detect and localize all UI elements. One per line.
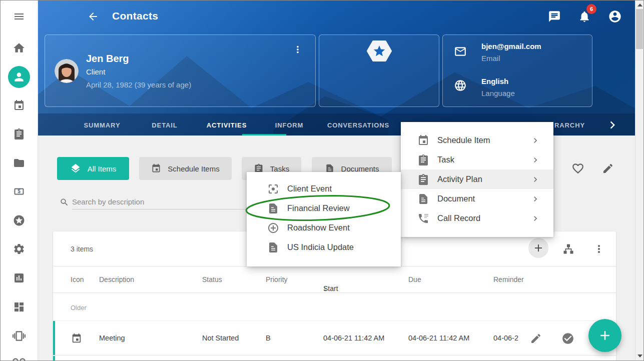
mail-icon: [454, 45, 467, 58]
row-edit-pencil-icon[interactable]: [530, 332, 542, 344]
back-arrow-icon[interactable]: [87, 10, 99, 22]
row-accent-bar: [53, 321, 55, 355]
active-tab-underline: [242, 134, 286, 136]
submenu-item-financial-review[interactable]: Financial Review: [247, 198, 401, 218]
activity-plan-submenu: Client Event Financial Review Roadshow E…: [247, 172, 401, 266]
row-complete-check-icon[interactable]: [561, 332, 574, 345]
email-value: bjen@gmail.com: [481, 42, 541, 50]
scrollbar-thumb[interactable]: [636, 9, 643, 49]
sort-desc-icon: ↓: [323, 284, 327, 292]
menu-item-schedule-item[interactable]: Schedule Item: [401, 130, 553, 150]
clipboard-icon: [417, 174, 429, 186]
filter-schedule-items-button[interactable]: Schedule Items: [139, 157, 232, 180]
app-window: $ Contacts: [0, 0, 644, 361]
sidebar-item-mobile[interactable]: [13, 330, 26, 342]
phone-list-icon: [417, 212, 429, 224]
layers-icon: [70, 163, 81, 174]
tab-activities[interactable]: ACTIVITIES: [207, 114, 247, 136]
sidebar-item-dashboard[interactable]: [13, 301, 25, 313]
edit-pencil-icon[interactable]: [602, 162, 614, 174]
chevron-right-icon: [530, 155, 540, 165]
sidebar-item-reports[interactable]: [13, 272, 25, 284]
menu-item-task[interactable]: Task: [401, 150, 553, 170]
star-hexagon-icon[interactable]: [366, 38, 392, 64]
cell-due: 04-06-21 11:42 AM: [408, 334, 469, 342]
menu-item-call-record[interactable]: Call Record: [401, 208, 553, 228]
avatar: [55, 59, 79, 83]
document-icon: [267, 242, 279, 254]
menu-item-label: Schedule Item: [437, 136, 530, 145]
plus-icon: [532, 242, 544, 254]
sidebar-item-favorites[interactable]: [13, 214, 26, 227]
hierarchy-view-icon[interactable]: [562, 243, 574, 255]
col-due[interactable]: Due: [408, 276, 421, 284]
tab-detail[interactable]: DETAIL: [152, 114, 177, 136]
cell-description: Meeting: [99, 334, 125, 342]
dashboard-icon: [13, 301, 25, 313]
col-reminder[interactable]: Reminder: [493, 276, 524, 284]
tab-conversations[interactable]: CONVERSATIONS: [327, 114, 389, 136]
table-kebab-icon[interactable]: [593, 243, 605, 255]
filter-label: Tasks: [270, 164, 289, 173]
svg-text:$: $: [18, 188, 21, 194]
sidebar-item-tasks[interactable]: [13, 128, 25, 140]
badge-card: [319, 34, 439, 107]
tab-summary[interactable]: SUMMARY: [84, 114, 121, 136]
folder-icon: [13, 157, 25, 169]
table-row-partial[interactable]: [53, 356, 616, 361]
submenu-item-us-indicia-update[interactable]: US Indicia Update: [247, 238, 401, 257]
sidebar-item-calendar[interactable]: [13, 100, 25, 112]
star-circle-icon: [13, 214, 26, 227]
column-header-row: Icon Description Status Priority Start ↓…: [53, 266, 616, 293]
chat-icon[interactable]: [548, 10, 561, 23]
cell-start: 04-06-21 11:42 AM: [323, 334, 384, 342]
submenu-item-client-event[interactable]: Client Event: [247, 179, 401, 198]
menu-item-label: Call Record: [437, 214, 530, 223]
col-icon[interactable]: Icon: [71, 276, 84, 284]
bar-chart-icon: [13, 272, 25, 284]
voicemail-icon: [13, 355, 26, 361]
col-status[interactable]: Status: [202, 276, 222, 284]
filter-all-items-button[interactable]: All Items: [57, 157, 129, 180]
sidebar-item-home[interactable]: [13, 42, 26, 54]
row-accent-bar: [53, 356, 55, 361]
sidebar-item-voicemail[interactable]: [13, 355, 26, 361]
chevron-right-icon: [530, 136, 540, 146]
card-kebab-icon[interactable]: [292, 44, 303, 55]
favorite-heart-icon[interactable]: [571, 162, 584, 175]
submenu-item-roadshow-event[interactable]: Roadshow Event: [247, 218, 401, 238]
sidebar-item-billing[interactable]: $: [13, 186, 25, 198]
fab-add-button[interactable]: [588, 319, 621, 352]
tab-inform[interactable]: INFORM: [275, 114, 304, 136]
menu-item-label: Document: [437, 194, 530, 204]
menu-item-document[interactable]: Document: [401, 189, 553, 208]
contact-role: Client: [86, 68, 105, 76]
account-icon[interactable]: [608, 10, 622, 24]
menu-item-label: Client Event: [287, 184, 401, 194]
add-item-button[interactable]: [528, 238, 548, 258]
clipboard-icon: [13, 128, 25, 140]
group-label: Older: [71, 304, 87, 312]
sidebar-item-contacts-active[interactable]: [8, 66, 30, 88]
sidebar-item-documents[interactable]: [13, 157, 25, 169]
page-scrollbar[interactable]: [635, 0, 643, 360]
filter-label: Documents: [341, 164, 379, 173]
tab-hierarchy-partial[interactable]: RARCHY: [554, 114, 585, 136]
page-title: Contacts: [112, 10, 158, 22]
scroll-up-arrow-icon[interactable]: [637, 4, 642, 6]
dollar-icon: $: [13, 186, 25, 198]
filter-label: All Items: [88, 164, 117, 173]
center-focus-icon: [267, 183, 279, 195]
col-description[interactable]: Description: [99, 276, 134, 284]
hamburger-menu-icon[interactable]: [13, 10, 25, 22]
chevron-right-icon: [530, 194, 540, 204]
col-priority[interactable]: Priority: [266, 276, 288, 284]
table-row[interactable]: Meeting Not Started B 04-06-21 11:42 AM …: [53, 320, 616, 356]
tabs-scroll-right-icon[interactable]: [605, 118, 618, 132]
group-row: Older: [53, 293, 616, 320]
sidebar-item-settings[interactable]: [13, 243, 26, 256]
chevron-right-icon: [530, 214, 540, 224]
gear-icon: [13, 243, 26, 256]
scroll-down-arrow-icon[interactable]: [637, 354, 642, 358]
menu-item-activity-plan[interactable]: Activity Plan: [401, 170, 553, 189]
